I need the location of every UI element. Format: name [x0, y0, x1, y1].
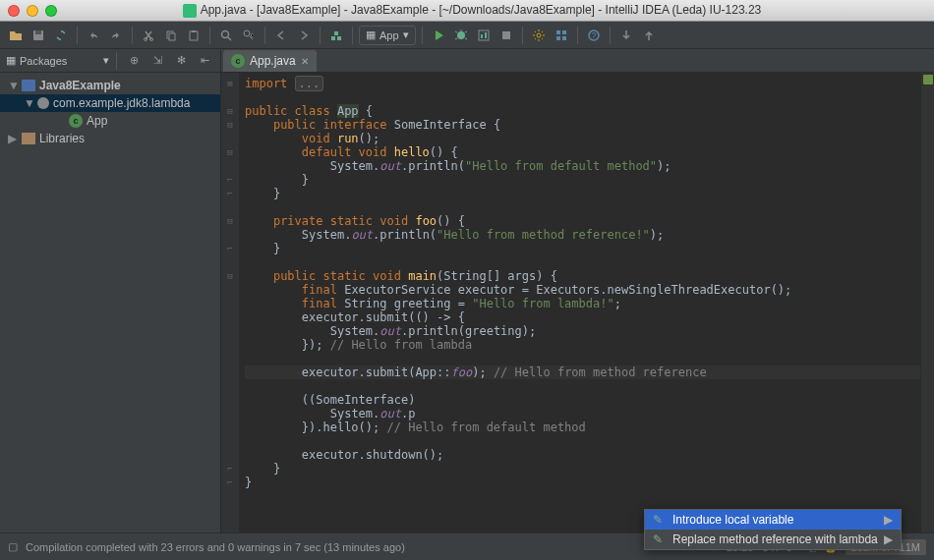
redo-button[interactable]	[106, 26, 126, 45]
toolbar-separator	[209, 27, 210, 44]
svg-rect-16	[485, 32, 487, 38]
svg-rect-11	[337, 36, 341, 40]
help-button[interactable]: ?	[584, 26, 604, 45]
run-button[interactable]	[429, 26, 448, 45]
svg-rect-15	[481, 34, 483, 38]
toolbar-separator	[132, 27, 133, 44]
vcs-update-button[interactable]	[616, 26, 636, 45]
svg-rect-5	[169, 33, 175, 40]
fold-end-icon: ⌐	[221, 187, 239, 200]
hide-icon[interactable]: ⇤	[195, 51, 214, 71]
packages-tree[interactable]: ▼ Java8Example ▼ com.example.jdk8.lambda…	[0, 73, 220, 151]
cut-button[interactable]	[139, 26, 158, 45]
tree-row-package[interactable]: ▼ com.example.jdk8.lambda	[0, 94, 220, 112]
save-button[interactable]	[29, 26, 48, 45]
chevron-down-icon: ▾	[403, 28, 409, 41]
class-icon: c	[231, 54, 245, 68]
fold-collapse-icon[interactable]: ⊟	[221, 118, 239, 132]
fold-collapse-icon[interactable]: ⊟	[221, 214, 239, 228]
intention-item[interactable]: ✎ Introduce local variable ▶	[645, 510, 901, 530]
packages-header: ▦ Packages ▾ ⊕ ⇲ ✻ ⇤	[0, 49, 220, 73]
packages-toolwindow: ▦ Packages ▾ ⊕ ⇲ ✻ ⇤ ▼ Java8Example ▼ co…	[0, 49, 221, 532]
code-editor[interactable]: ⊞ ⊟ ⊟ ⊟ ⌐ ⌐ ⊟ ⌐ ⊟	[221, 73, 934, 532]
svg-point-13	[457, 31, 465, 39]
toolbar-separator	[422, 27, 423, 44]
svg-rect-22	[562, 36, 566, 40]
app-icon: ▦	[366, 28, 376, 41]
minimize-window-icon[interactable]	[27, 5, 38, 17]
class-icon: c	[69, 114, 83, 128]
fold-collapse-icon[interactable]: ⊟	[221, 104, 239, 118]
run-config-selector[interactable]: ▦ App ▾	[359, 26, 416, 45]
tree-row-module[interactable]: ▼ Java8Example	[0, 77, 220, 94]
coverage-button[interactable]	[474, 26, 494, 45]
vcs-commit-button[interactable]	[639, 26, 659, 45]
settings-button[interactable]	[529, 26, 549, 45]
toolbar-separator	[264, 27, 265, 44]
toolbar-separator	[610, 27, 611, 44]
settings-icon[interactable]: ✻	[171, 51, 191, 71]
dropdown-icon[interactable]: ▾	[103, 54, 109, 67]
open-button[interactable]	[6, 26, 26, 45]
forward-button[interactable]	[294, 26, 314, 45]
project-structure-button[interactable]	[552, 26, 571, 45]
submenu-arrow-icon: ▶	[884, 513, 893, 527]
scroll-from-source-icon[interactable]: ⊕	[124, 51, 144, 71]
java-file-icon	[183, 4, 197, 18]
svg-point-9	[244, 30, 250, 36]
collapse-all-icon[interactable]: ⇲	[147, 51, 167, 71]
replace-button[interactable]	[239, 26, 259, 45]
toolbar-separator	[320, 27, 321, 44]
tree-row-class[interactable]: c App	[0, 112, 220, 130]
separator	[116, 52, 117, 70]
fold-end-icon: ⌐	[221, 173, 239, 187]
inspection-status-icon[interactable]	[923, 75, 933, 84]
gutter[interactable]: ⊞ ⊟ ⊟ ⊟ ⌐ ⌐ ⊟ ⌐ ⊟	[221, 73, 239, 532]
intention-item[interactable]: ✎ Replace method reference with lambda ▶	[645, 530, 901, 549]
fold-collapse-icon[interactable]: ⊟	[221, 145, 239, 159]
find-button[interactable]	[216, 26, 236, 45]
run-config-label: App	[379, 29, 399, 41]
fold-end-icon: ⌐	[221, 242, 239, 255]
fold-end-icon: ⌐	[221, 462, 239, 476]
main-toolbar: ▦ App ▾ ?	[0, 22, 934, 49]
tree-row-libraries[interactable]: ▶ Libraries	[0, 130, 220, 147]
svg-rect-7	[192, 30, 196, 32]
packages-label: Packages	[20, 55, 99, 67]
svg-rect-19	[556, 30, 560, 34]
svg-rect-1	[35, 30, 41, 34]
toolwindow-icon: ▦	[6, 54, 16, 67]
error-stripe[interactable]	[920, 73, 934, 532]
debug-button[interactable]	[451, 26, 471, 45]
intention-icon: ✎	[653, 513, 667, 527]
paste-button[interactable]	[184, 26, 204, 45]
stop-button[interactable]	[496, 26, 516, 45]
submenu-arrow-icon: ▶	[884, 532, 893, 546]
zoom-window-icon[interactable]	[45, 5, 57, 17]
undo-button[interactable]	[84, 26, 103, 45]
svg-rect-21	[556, 36, 560, 40]
svg-rect-10	[331, 36, 335, 40]
editor-tab[interactable]: c App.java ✕	[223, 50, 317, 72]
fold-end-icon: ⌐	[221, 476, 239, 489]
back-button[interactable]	[271, 26, 291, 45]
svg-text:?: ?	[591, 30, 596, 40]
svg-rect-20	[562, 30, 566, 34]
toolbar-separator	[352, 27, 353, 44]
package-icon	[37, 97, 49, 109]
close-tab-icon[interactable]: ✕	[301, 56, 309, 67]
close-window-icon[interactable]	[8, 5, 20, 17]
svg-rect-12	[334, 31, 338, 35]
fold-collapse-icon[interactable]: ⊟	[221, 269, 239, 283]
fold-expand-icon[interactable]: ⊞	[221, 77, 239, 90]
copy-button[interactable]	[161, 26, 181, 45]
sync-button[interactable]	[51, 26, 71, 45]
status-toggle-icon[interactable]: ▢	[8, 540, 18, 553]
toolbar-separator	[577, 27, 578, 44]
build-button[interactable]	[326, 26, 346, 45]
source-code[interactable]: import ... public class App { public int…	[239, 73, 920, 532]
status-message: Compilation completed with 23 errors and…	[26, 541, 405, 553]
window-title: App.java - [Java8Example] - Java8Example…	[67, 3, 926, 18]
svg-rect-6	[190, 31, 198, 40]
intention-popup: ✎ Introduce local variable ▶ ✎ Replace m…	[644, 509, 902, 550]
